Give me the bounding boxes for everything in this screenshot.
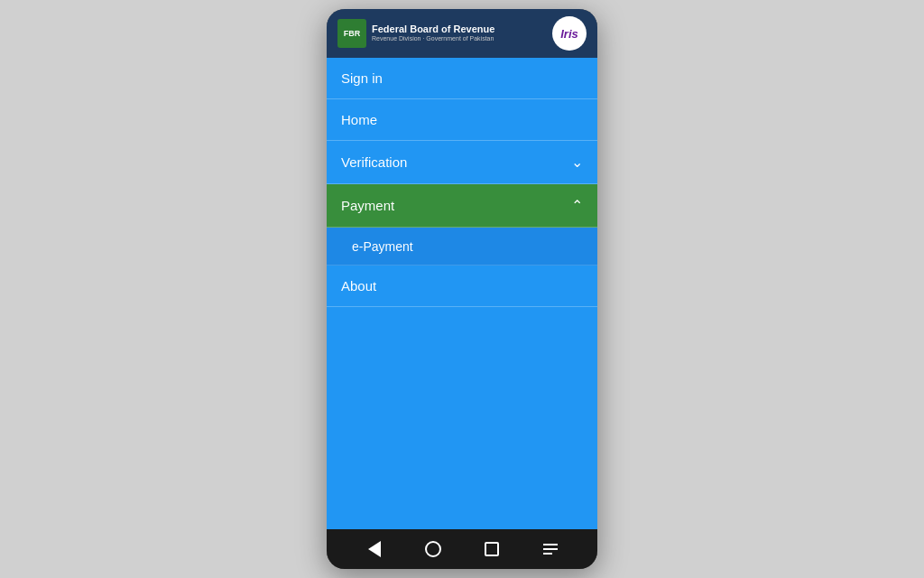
sidebar-item-about[interactable]: About — [327, 266, 597, 307]
verification-label: Verification — [341, 154, 407, 170]
header-left: FBR Federal Board of Revenue Revenue Div… — [337, 19, 494, 48]
sidebar-item-sign-in[interactable]: Sign in — [327, 58, 597, 99]
fbr-title: Federal Board of Revenue — [372, 23, 494, 35]
home-button[interactable] — [415, 531, 451, 567]
about-label: About — [341, 278, 376, 294]
sidebar-nav: Sign in Home Verification ⌄ Payment ⌃ — [327, 58, 597, 529]
home-label: Home — [341, 112, 377, 127]
fbr-emblem-label: FBR — [344, 29, 361, 38]
iris-logo: Iris — [552, 16, 587, 51]
phone-nav-bar — [327, 529, 597, 569]
phone-screen: FBR Federal Board of Revenue Revenue Div… — [327, 9, 597, 569]
menu-icon — [543, 544, 558, 555]
epayment-label: e-Payment — [352, 239, 413, 254]
content-area: Sign in Home Verification ⌄ Payment ⌃ — [327, 58, 597, 529]
chevron-up-icon: ⌃ — [571, 197, 583, 214]
sidebar-item-epayment[interactable]: e-Payment — [327, 228, 597, 266]
back-icon — [368, 541, 381, 557]
fbr-logo: FBR Federal Board of Revenue Revenue Div… — [337, 19, 494, 48]
payment-label: Payment — [341, 198, 394, 213]
sidebar-item-verification[interactable]: Verification ⌄ — [327, 141, 597, 184]
sidebar-item-payment[interactable]: Payment ⌃ — [327, 184, 597, 228]
iris-label: Iris — [560, 27, 578, 41]
recents-button[interactable] — [474, 531, 510, 567]
back-button[interactable] — [356, 531, 393, 567]
sign-in-label: Sign in — [341, 70, 383, 86]
fbr-subtitle: Revenue Division · Government of Pakista… — [372, 35, 494, 42]
app-header: FBR Federal Board of Revenue Revenue Div… — [327, 9, 597, 58]
chevron-down-icon: ⌄ — [571, 154, 583, 171]
phone-container: FBR Federal Board of Revenue Revenue Div… — [327, 9, 597, 569]
home-icon — [425, 541, 441, 557]
sidebar-item-home[interactable]: Home — [327, 99, 597, 141]
menu-button[interactable] — [532, 531, 568, 567]
recents-icon — [485, 542, 499, 556]
fbr-text: Federal Board of Revenue Revenue Divisio… — [372, 23, 494, 43]
fbr-emblem: FBR — [337, 19, 366, 48]
